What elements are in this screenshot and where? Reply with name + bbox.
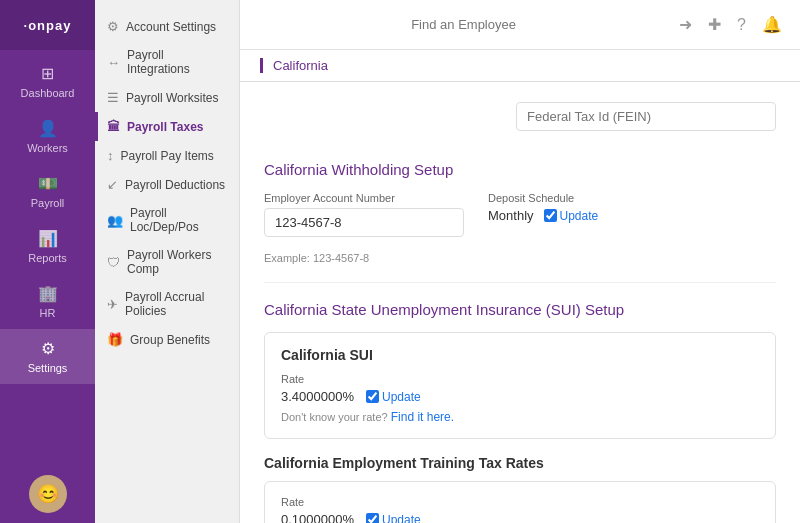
user-avatar[interactable]: 😊 bbox=[29, 475, 67, 513]
subnav-account-settings[interactable]: ⚙ Account Settings bbox=[95, 12, 239, 41]
search-area bbox=[258, 17, 669, 32]
dashboard-icon: ⊞ bbox=[41, 64, 54, 83]
deposit-schedule-value: Monthly bbox=[488, 208, 534, 223]
sidebar-item-dashboard[interactable]: ⊞ Dashboard bbox=[0, 54, 95, 109]
notification-icon[interactable]: 🔔 bbox=[762, 15, 782, 34]
withholding-update-checkbox[interactable] bbox=[544, 209, 557, 222]
group-benefits-icon: 🎁 bbox=[107, 332, 123, 347]
sidebar-item-label: Workers bbox=[27, 142, 68, 154]
payroll-integrations-icon: ↔ bbox=[107, 55, 120, 70]
subnav-payroll-pay-items[interactable]: ↕ Payroll Pay Items bbox=[95, 141, 239, 170]
deductions-icon: ↙ bbox=[107, 177, 118, 192]
subnav-label: Payroll Taxes bbox=[127, 120, 204, 134]
withholding-update-text: Update bbox=[560, 209, 599, 223]
accrual-icon: ✈ bbox=[107, 297, 118, 312]
sui-box: California SUI Rate 3.4000000% Update Do… bbox=[264, 332, 776, 439]
logo-text: ·onpay bbox=[24, 18, 72, 33]
sidebar: ·onpay ⊞ Dashboard 👤 Workers 💵 Payroll 📊… bbox=[0, 0, 95, 523]
fein-input[interactable] bbox=[516, 102, 776, 131]
ett-rate-label: Rate bbox=[281, 496, 759, 508]
sui-box-title: California SUI bbox=[281, 347, 759, 363]
subnav-label: Payroll Accrual Policies bbox=[125, 290, 227, 318]
example-text: Example: 123-4567-8 bbox=[264, 252, 776, 264]
sui-rate-label: Rate bbox=[281, 373, 759, 385]
reports-icon: 📊 bbox=[38, 229, 58, 248]
ett-title: California Employment Training Tax Rates bbox=[264, 455, 776, 471]
workers-comp-icon: 🛡 bbox=[107, 255, 120, 270]
subnav-payroll-integrations[interactable]: ↔ Payroll Integrations bbox=[95, 41, 239, 83]
forward-icon[interactable]: ➜ bbox=[679, 15, 692, 34]
subnav-label: Payroll Deductions bbox=[125, 178, 225, 192]
sui-update-text: Update bbox=[382, 390, 421, 404]
payroll-icon: 💵 bbox=[38, 174, 58, 193]
subnav-group-benefits[interactable]: 🎁 Group Benefits bbox=[95, 325, 239, 354]
ett-update-label[interactable]: Update bbox=[366, 513, 421, 524]
subnav-payroll-workers-comp[interactable]: 🛡 Payroll Workers Comp bbox=[95, 241, 239, 283]
payroll-worksites-icon: ☰ bbox=[107, 90, 119, 105]
workers-icon: 👤 bbox=[38, 119, 58, 138]
subnav-label: Payroll Integrations bbox=[127, 48, 227, 76]
account-settings-icon: ⚙ bbox=[107, 19, 119, 34]
employer-account-input[interactable] bbox=[264, 208, 464, 237]
sidebar-item-label: Reports bbox=[28, 252, 67, 264]
breadcrumb: California bbox=[260, 58, 328, 73]
ett-rate-value: 0.1000000% bbox=[281, 512, 354, 523]
sui-rate-value: 3.4000000% bbox=[281, 389, 354, 404]
subnav-label: Payroll Workers Comp bbox=[127, 248, 227, 276]
withholding-section-title: California Withholding Setup bbox=[264, 161, 776, 178]
grid-icon[interactable]: ✚ bbox=[708, 15, 721, 34]
main-content: ➜ ✚ ? 🔔 California California Withholdin… bbox=[240, 0, 800, 523]
subnav: ⚙ Account Settings ↔ Payroll Integration… bbox=[95, 0, 240, 523]
sui-update-checkbox[interactable] bbox=[366, 390, 379, 403]
sui-section-title: California State Unemployment Insurance … bbox=[264, 301, 776, 318]
search-input[interactable] bbox=[354, 17, 574, 32]
topbar: ➜ ✚ ? 🔔 bbox=[240, 0, 800, 50]
sidebar-item-workers[interactable]: 👤 Workers bbox=[0, 109, 95, 164]
content-area: California California Withholding Setup … bbox=[240, 50, 800, 523]
sidebar-item-payroll[interactable]: 💵 Payroll bbox=[0, 164, 95, 219]
sidebar-item-label: HR bbox=[40, 307, 56, 319]
find-link[interactable]: Find it here. bbox=[391, 410, 454, 424]
employer-account-label: Employer Account Number bbox=[264, 192, 464, 204]
pay-items-icon: ↕ bbox=[107, 148, 114, 163]
sui-update-label[interactable]: Update bbox=[366, 390, 421, 404]
subnav-payroll-taxes[interactable]: 🏛 Payroll Taxes bbox=[95, 112, 239, 141]
content-scroll: California Withholding Setup Employer Ac… bbox=[240, 82, 800, 523]
sidebar-item-settings[interactable]: ⚙ Settings bbox=[0, 329, 95, 384]
ett-update-checkbox[interactable] bbox=[366, 513, 379, 523]
subnav-payroll-worksites[interactable]: ☰ Payroll Worksites bbox=[95, 83, 239, 112]
ett-update-text: Update bbox=[382, 513, 421, 524]
sidebar-item-reports[interactable]: 📊 Reports bbox=[0, 219, 95, 274]
hr-icon: 🏢 bbox=[38, 284, 58, 303]
dont-know-text: Don't know your rate? Find it here. bbox=[281, 410, 759, 424]
subnav-payroll-loc[interactable]: 👥 Payroll Loc/Dep/Pos bbox=[95, 199, 239, 241]
subnav-label: Payroll Worksites bbox=[126, 91, 218, 105]
sidebar-item-label: Dashboard bbox=[21, 87, 75, 99]
sidebar-item-label: Payroll bbox=[31, 197, 65, 209]
subnav-payroll-accrual[interactable]: ✈ Payroll Accrual Policies bbox=[95, 283, 239, 325]
sidebar-item-label: Settings bbox=[28, 362, 68, 374]
breadcrumb-bar: California bbox=[240, 50, 800, 82]
deposit-schedule-label: Deposit Schedule bbox=[488, 192, 598, 204]
payroll-taxes-icon: 🏛 bbox=[107, 119, 120, 134]
subnav-label: Payroll Loc/Dep/Pos bbox=[130, 206, 227, 234]
subnav-label: Group Benefits bbox=[130, 333, 210, 347]
loc-icon: 👥 bbox=[107, 213, 123, 228]
sidebar-item-hr[interactable]: 🏢 HR bbox=[0, 274, 95, 329]
withholding-update-label[interactable]: Update bbox=[544, 209, 599, 223]
subnav-label: Account Settings bbox=[126, 20, 216, 34]
settings-icon: ⚙ bbox=[41, 339, 55, 358]
subnav-payroll-deductions[interactable]: ↙ Payroll Deductions bbox=[95, 170, 239, 199]
subnav-label: Payroll Pay Items bbox=[121, 149, 214, 163]
ett-box: Rate 0.1000000% Update bbox=[264, 481, 776, 523]
sidebar-logo[interactable]: ·onpay bbox=[0, 0, 95, 50]
sidebar-bottom: 😊 bbox=[0, 475, 95, 523]
help-icon[interactable]: ? bbox=[737, 16, 746, 34]
topbar-icons: ➜ ✚ ? 🔔 bbox=[679, 15, 782, 34]
